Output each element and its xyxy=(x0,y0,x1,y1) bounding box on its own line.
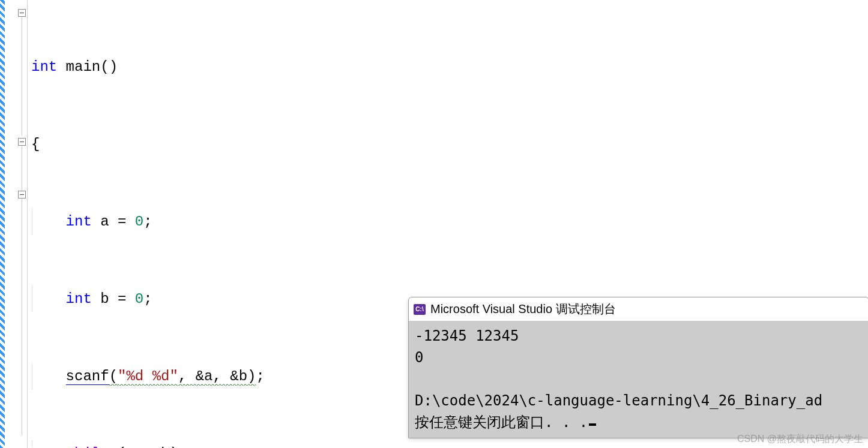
function-scanf: scanf xyxy=(66,368,109,385)
keyword-int: int xyxy=(31,59,57,75)
console-line: 按任意键关闭此窗口. . . xyxy=(415,414,588,431)
console-output[interactable]: -12345 12345 0 D:\code\2024\c-language-l… xyxy=(409,321,868,438)
keyword-while: while xyxy=(66,446,109,448)
console-titlebar[interactable]: C:\ Microsoft Visual Studio 调试控制台 xyxy=(409,297,868,321)
outline-folding-column[interactable] xyxy=(5,0,28,448)
console-icon: C:\ xyxy=(414,304,426,315)
brace: { xyxy=(31,136,40,152)
fold-toggle-icon[interactable] xyxy=(18,191,26,199)
fold-toggle-icon[interactable] xyxy=(18,9,26,17)
keyword-int: int xyxy=(66,291,92,307)
console-line: -12345 12345 xyxy=(415,327,519,344)
console-cursor xyxy=(589,423,596,426)
console-line: 0 xyxy=(415,349,423,366)
change-indicator-bar xyxy=(0,0,5,448)
keyword-int: int xyxy=(66,214,92,230)
console-line: D:\code\2024\c-language-learning\4_26_Bi… xyxy=(415,392,822,409)
console-title: Microsoft Visual Studio 调试控制台 xyxy=(430,301,616,317)
watermark: CSDN @熬夜敲代码的大学生 xyxy=(737,433,863,446)
string-literal: "%d %d" xyxy=(118,368,178,386)
function-name: main() xyxy=(57,59,118,75)
debug-console-window[interactable]: C:\ Microsoft Visual Studio 调试控制台 -12345… xyxy=(408,297,868,438)
fold-toggle-icon[interactable] xyxy=(18,138,26,146)
